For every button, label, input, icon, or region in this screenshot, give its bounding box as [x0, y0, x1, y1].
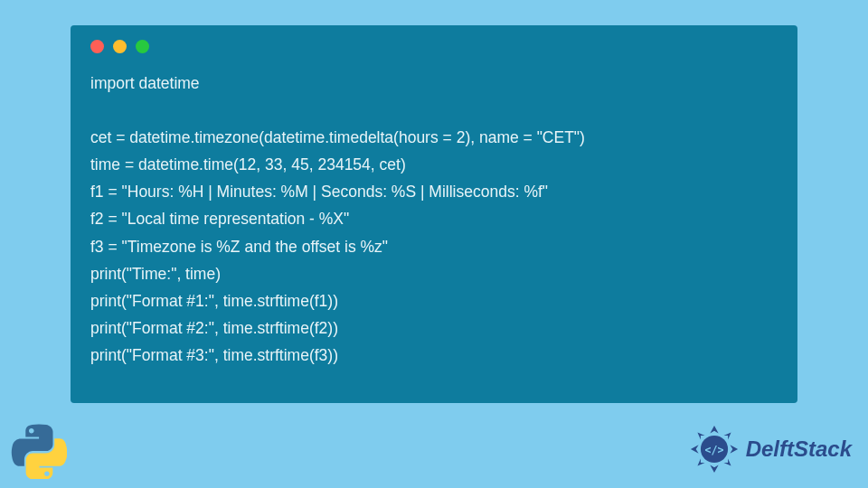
code-content: import datetime cet = datetime.timezone(…	[90, 70, 778, 369]
maximize-icon[interactable]	[136, 40, 149, 53]
python-logo-icon	[11, 423, 67, 479]
delftstack-icon: </>	[688, 423, 741, 475]
close-icon[interactable]	[90, 40, 104, 53]
window-controls	[90, 40, 778, 53]
minimize-icon[interactable]	[113, 40, 127, 53]
delftstack-logo: </> DelftStack	[688, 423, 852, 475]
brand-name: DelftStack	[746, 436, 852, 462]
svg-text:</>: </>	[704, 444, 723, 456]
code-window: import datetime cet = datetime.timezone(…	[71, 25, 797, 403]
